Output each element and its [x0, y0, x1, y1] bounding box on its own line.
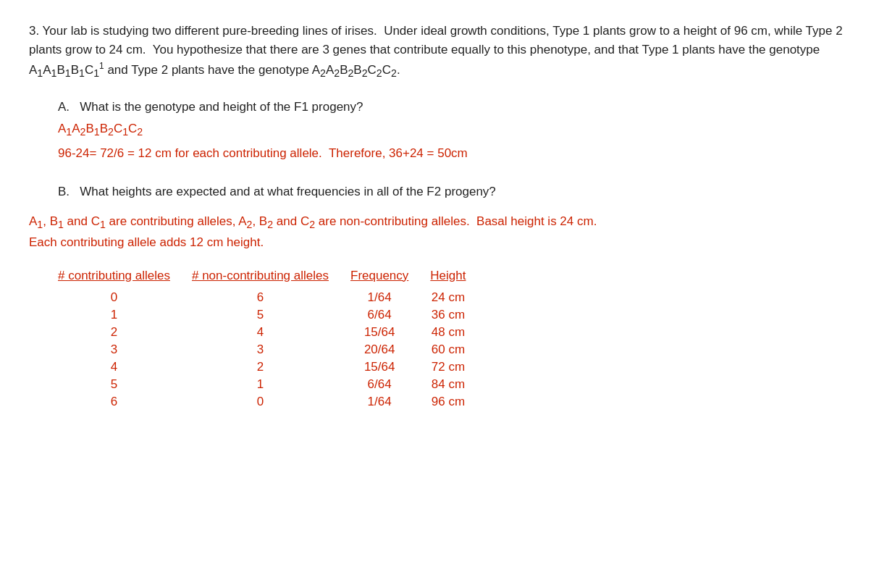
table-cell: 24 cm: [430, 289, 487, 306]
sub-question-a: A. What is the genotype and height of th…: [58, 100, 850, 163]
allele-explanation: A1, B1 and C1 are contributing alleles, …: [29, 212, 850, 253]
table-cell: 1: [58, 306, 192, 324]
col-header-contributing: # contributing alleles: [58, 267, 192, 289]
table-cell: 48 cm: [430, 324, 487, 341]
table-cell: 6: [58, 393, 192, 411]
answer-a1: A1A2B1B2C1C2: [58, 119, 850, 140]
table-cell: 15/64: [350, 358, 430, 376]
table-cell: 0: [58, 289, 192, 306]
frequency-table: # contributing alleles # non-contributin…: [58, 267, 487, 411]
sub-question-b-label: B. What heights are expected and at what…: [58, 185, 850, 199]
table-row: 516/6484 cm: [58, 376, 487, 393]
page-content: 3. Your lab is studying two different pu…: [29, 22, 850, 411]
table-cell: 1: [192, 376, 350, 393]
table-cell: 60 cm: [430, 341, 487, 358]
table-cell: 3: [192, 341, 350, 358]
answer-a2: 96-24= 72/6 = 12 cm for each contributin…: [58, 143, 850, 163]
table-cell: 20/64: [350, 341, 430, 358]
table-row: 3320/6460 cm: [58, 341, 487, 358]
table-cell: 5: [58, 376, 192, 393]
table-row: 061/6424 cm: [58, 289, 487, 306]
table-cell: 3: [58, 341, 192, 358]
table-cell: 2: [192, 358, 350, 376]
col-header-height: Height: [430, 267, 487, 289]
question-3-text: 3. Your lab is studying two different pu…: [29, 22, 850, 83]
table-cell: 5: [192, 306, 350, 324]
table-cell: 36 cm: [430, 306, 487, 324]
table-cell: 72 cm: [430, 358, 487, 376]
table-cell: 4: [192, 324, 350, 341]
table-cell: 84 cm: [430, 376, 487, 393]
table-row: 4215/6472 cm: [58, 358, 487, 376]
table-row: 2415/6448 cm: [58, 324, 487, 341]
frequency-table-section: # contributing alleles # non-contributin…: [58, 267, 850, 411]
table-cell: 6/64: [350, 376, 430, 393]
table-cell: 4: [58, 358, 192, 376]
table-cell: 15/64: [350, 324, 430, 341]
table-cell: 0: [192, 393, 350, 411]
question-number: 3. Your lab is studying two different pu…: [29, 24, 843, 77]
table-cell: 96 cm: [430, 393, 487, 411]
table-cell: 6/64: [350, 306, 430, 324]
table-row: 156/6436 cm: [58, 306, 487, 324]
table-row: 601/6496 cm: [58, 393, 487, 411]
col-header-noncontributing: # non-contributing alleles: [192, 267, 350, 289]
col-header-frequency: Frequency: [350, 267, 430, 289]
sub-question-b: B. What heights are expected and at what…: [58, 185, 850, 199]
table-cell: 6: [192, 289, 350, 306]
table-cell: 1/64: [350, 393, 430, 411]
table-cell: 2: [58, 324, 192, 341]
sub-question-a-label: A. What is the genotype and height of th…: [58, 100, 850, 114]
table-cell: 1/64: [350, 289, 430, 306]
